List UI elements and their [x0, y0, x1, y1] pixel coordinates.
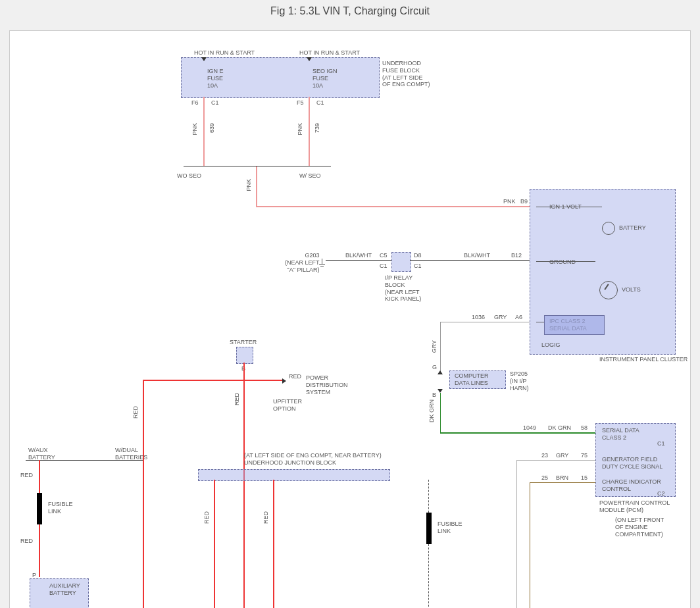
dkgrn-v: DK GRN	[428, 399, 436, 422]
ipc-inner-line1	[536, 207, 602, 207]
num1049: 1049	[523, 424, 536, 432]
wire-dkgrn-v	[440, 393, 441, 432]
c5-pin: C5	[380, 252, 388, 259]
wire-gry-23-v	[516, 460, 517, 608]
figure-title: Fig 1: 5.3L VIN T, Charging Circuit	[0, 5, 700, 17]
starter-label: STARTER	[230, 339, 257, 346]
f6-pin: F6	[191, 99, 199, 107]
page-root: Fig 1: 5.3L VIN T, Charging Circuit HOT …	[0, 0, 700, 608]
pnk-main-label: PNK	[245, 179, 253, 191]
dkgrn-h: DK GRN	[548, 424, 571, 432]
wire-gry-1036-v	[440, 322, 441, 374]
red-to-pds: RED	[289, 373, 301, 380]
pin58: 58	[581, 424, 588, 432]
d8-pin: D8	[414, 252, 422, 259]
c1-relay-a: C1	[380, 263, 388, 270]
relay-block-desc: I/P RELAY BLOCK (NEAR LEFT KICK PANEL)	[385, 274, 421, 303]
g-pin: G	[432, 364, 437, 371]
num639: 639	[209, 123, 216, 133]
wire-red-jb-2	[273, 480, 274, 608]
starter-block	[236, 347, 253, 364]
ign-e-fuse: IGN E FUSE 10A	[207, 68, 224, 89]
ipc-inner-line3	[536, 322, 544, 322]
junction-label: (AT LEFT SIDE OF ENG COMPT, NEAR BATTERY…	[244, 452, 382, 467]
w-seo: W/ SEO	[299, 172, 321, 180]
waux-label: W/AUX BATTERY	[28, 447, 55, 461]
gry23: GRY	[556, 452, 568, 459]
f5-pin: F5	[297, 99, 304, 107]
wire-brn-25	[530, 482, 595, 483]
wiring-diagram: HOT IN RUN & START HOT IN RUN & START IG…	[9, 30, 691, 608]
c1-pin-b: C1	[316, 99, 324, 107]
ground-stub1	[322, 259, 322, 264]
num23: 23	[541, 452, 548, 459]
pcm-loc: (ON LEFT FRONT OF ENGINE COMPARTMENT)	[615, 517, 664, 538]
hot-in-run-1: HOT IN RUN & START	[194, 49, 255, 57]
wire-dkgrn-h	[440, 432, 595, 434]
red-aux-2: RED	[20, 538, 33, 545]
upfitter-label: UPFITTER OPTION	[273, 398, 302, 413]
fusible-link-1	[37, 493, 42, 524]
junction-block	[198, 469, 390, 481]
seo-bridge	[184, 166, 331, 166]
dashed-down	[428, 480, 430, 513]
blkwht-label-2: BLK/WHT	[464, 252, 490, 259]
brn25: BRN	[556, 474, 568, 482]
fuse-block-desc: UNDERHOOD FUSE BLOCK (AT LEFT SIDE OF EN…	[382, 60, 430, 88]
wire-pnk-739	[309, 97, 310, 166]
ground-stub2	[319, 264, 325, 265]
g203-label: G203 (NEAR LEFT "A" PILLAR)	[285, 252, 320, 273]
pcm-gen: GENERATOR FIELD DUTY CYCLE SIGNAL	[602, 456, 662, 470]
red-aux-1: RED	[20, 472, 33, 479]
wire-gry-23	[516, 460, 595, 461]
dashed-down-2	[428, 544, 430, 608]
computer-data-lines: COMPUTER DATA LINES	[455, 372, 489, 387]
wire-red-aux-2	[39, 524, 40, 577]
red-jb-2: RED	[262, 511, 270, 524]
blkwht-label-1: BLK/WHT	[345, 252, 372, 259]
b-pin: B	[432, 392, 436, 399]
arrow-pds	[282, 378, 286, 384]
battery-label: BATTERY	[619, 224, 646, 232]
wire-red-left-v	[143, 380, 144, 608]
wire-red-aux-1	[39, 460, 40, 493]
wire-brn-25-v	[530, 482, 530, 608]
ipc-inner-line2	[536, 261, 595, 262]
wire-blkwht-1	[326, 260, 391, 261]
ground-stub3	[320, 266, 324, 266]
wire-red-main-v	[243, 363, 245, 608]
pcm-serial: SERIAL DATA CLASS 2	[602, 427, 639, 442]
pcm-charge: CHARGE INDICATOR CONTROL	[602, 478, 661, 493]
aux-battery-label: AUXILIARY BATTERY	[49, 582, 80, 597]
c1-pin-a: C1	[211, 99, 219, 107]
wire-pnk-639	[203, 97, 205, 166]
battery-symbol	[602, 222, 615, 235]
pcm-c2: C2	[657, 490, 665, 497]
gry-v-label: GRY	[431, 340, 438, 353]
seo-ign-fuse: SEO IGN FUSE 10A	[312, 68, 338, 89]
fusible-link-2	[426, 513, 432, 544]
wire-gry-1036-h	[440, 322, 530, 322]
c1-relay-b: C1	[414, 263, 422, 270]
volts-label: VOLTS	[622, 286, 641, 293]
gry-1036: GRY	[494, 314, 507, 321]
wire-red-jb-1	[214, 480, 215, 608]
b12-pin: B12	[511, 252, 522, 259]
wo-seo: WO SEO	[177, 172, 201, 180]
pnk-label-2: PNK	[297, 123, 304, 136]
fusible-label-1: FUSIBLE LINK	[48, 501, 73, 515]
num1036: 1036	[472, 314, 485, 321]
sp205-arrow-up	[438, 370, 443, 374]
fuse2-in-arrow	[307, 57, 312, 61]
logic-label: LOGIG	[541, 342, 561, 349]
wdual-label: W/DUAL BATTERIES	[115, 447, 147, 461]
num739: 739	[314, 123, 321, 133]
sp205-label: SP205 (IN I/P HARN)	[510, 370, 529, 392]
fuse1-in-arrow	[201, 57, 207, 61]
wire-blkwht-2	[410, 260, 530, 261]
pcm-c1: C1	[657, 440, 665, 447]
pnk-b9-label: PNK	[503, 198, 516, 205]
pin75: 75	[581, 452, 588, 459]
wire-pnk-main-h	[256, 206, 530, 207]
ground-label: GROUND	[549, 259, 576, 266]
